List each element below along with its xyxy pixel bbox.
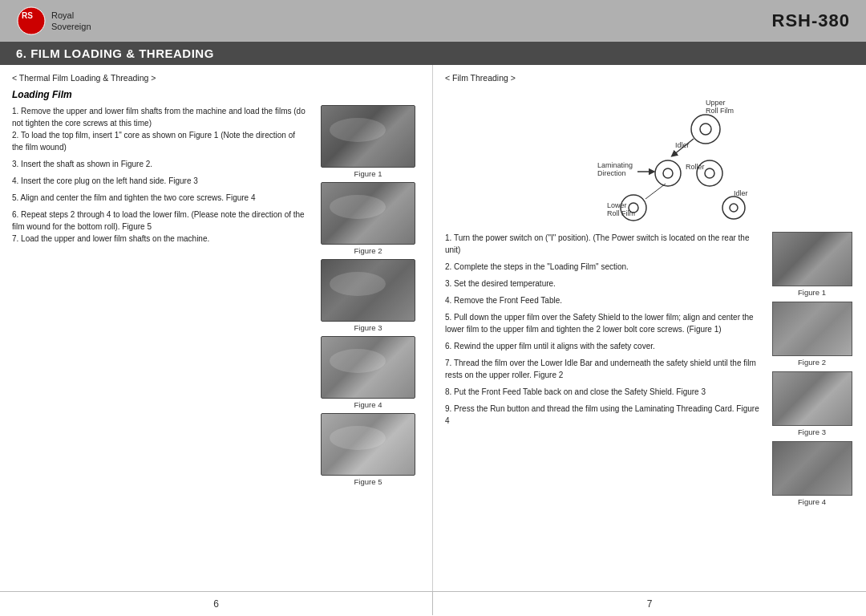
logo-text: Royal Sovereign <box>51 10 91 33</box>
page-footer: 6 7 <box>0 591 866 615</box>
left-figure-2-img <box>321 182 415 245</box>
step-1-2: 1. Remove the upper and lower film shaft… <box>12 105 308 153</box>
left-figure-4-label: Figure 4 <box>354 400 382 409</box>
svg-line-20 <box>645 184 666 199</box>
step-6-7: 6. Repeat steps 2 through 4 to load the … <box>12 209 308 245</box>
svg-point-4 <box>691 115 720 144</box>
main-content: < Thermal Film Loading & Threading > Loa… <box>0 65 866 591</box>
right-step-6: 6. Rewind the upper film until it aligns… <box>445 340 762 352</box>
left-figure-5-block: Figure 5 <box>316 413 420 486</box>
left-text-col: 1. Remove the upper and lower film shaft… <box>12 105 308 486</box>
right-figure-2-label: Figure 2 <box>798 358 826 367</box>
left-figure-4-img <box>321 336 415 399</box>
royal-sovereign-logo-icon: RS <box>16 6 47 36</box>
film-threading-diagram: Upper Roll Film Idler Laminating Directi… <box>469 89 854 225</box>
page-header: RS Royal Sovereign RSH-380 <box>0 0 866 42</box>
svg-point-5 <box>700 124 711 135</box>
right-step-2: 2. Complete the steps in the "Loading Fi… <box>445 261 762 273</box>
section-title-bar: 6. FILM LOADING & THREADING <box>0 42 866 65</box>
footer-page-right: 7 <box>433 592 866 615</box>
right-figure-4-block: Figure 4 <box>770 441 854 506</box>
left-figure-3-img <box>321 259 415 322</box>
svg-point-23 <box>730 204 738 212</box>
right-subsection-title: < Film Threading > <box>445 73 854 83</box>
left-figures-col: Figure 1 Figure 2 Figure 3 Figure 4 Figu <box>316 105 420 486</box>
left-figure-1-block: Figure 1 <box>316 105 420 178</box>
right-step-5: 5. Pull down the upper film over the Saf… <box>445 311 762 335</box>
svg-text:Upper: Upper <box>706 99 726 107</box>
left-figure-1-img <box>321 105 415 168</box>
right-figure-3-block: Figure 3 <box>770 371 854 436</box>
left-figure-5-img <box>321 413 415 476</box>
right-step-9: 9. Press the Run button and thread the f… <box>445 403 762 427</box>
svg-text:RS: RS <box>22 11 33 20</box>
right-panel: < Film Threading > Upper Roll Film Idler… <box>433 65 866 591</box>
svg-text:Laminating: Laminating <box>597 161 633 169</box>
model-number: RSH-380 <box>772 10 850 31</box>
right-step-3: 3. Set the desired temperature. <box>445 278 762 290</box>
right-step-4: 4. Remove the Front Feed Table. <box>445 294 762 306</box>
right-figure-1-label: Figure 1 <box>798 288 826 297</box>
step-3: 3. Insert the shaft as shown in Figure 2… <box>12 158 308 170</box>
right-figure-3-label: Figure 3 <box>798 428 826 436</box>
svg-point-22 <box>722 197 745 219</box>
right-figure-2-img <box>772 302 852 356</box>
step-5: 5. Align and center the film and tighten… <box>12 192 308 204</box>
left-figure-4-block: Figure 4 <box>316 336 420 409</box>
svg-text:Roller: Roller <box>686 163 705 171</box>
loading-film-title: Loading Film <box>12 89 420 100</box>
left-figure-3-block: Figure 3 <box>316 259 420 332</box>
section-title: 6. FILM LOADING & THREADING <box>16 47 214 60</box>
right-step-8: 8. Put the Front Feed Table back on and … <box>445 386 762 398</box>
svg-point-14 <box>697 160 722 186</box>
svg-point-12 <box>655 160 681 186</box>
right-step-1: 1. Turn the power switch on ("I" positio… <box>445 232 762 256</box>
left-figure-3-label: Figure 3 <box>354 323 382 332</box>
left-panel: < Thermal Film Loading & Threading > Loa… <box>0 65 433 591</box>
right-panel-inner: 1. Turn the power switch on ("I" positio… <box>445 232 854 506</box>
threading-diagram-svg: Upper Roll Film Idler Laminating Directi… <box>549 89 774 225</box>
right-text-col: 1. Turn the power switch on ("I" positio… <box>445 232 762 506</box>
left-panel-inner: 1. Remove the upper and lower film shaft… <box>12 105 420 486</box>
logo-area: RS Royal Sovereign <box>16 6 91 36</box>
svg-text:Idler: Idler <box>675 141 690 149</box>
left-figure-5-label: Figure 5 <box>354 477 382 486</box>
right-figure-4-label: Figure 4 <box>798 497 826 506</box>
right-figures-col: Figure 1 Figure 2 Figure 3 Figure 4 <box>770 232 854 506</box>
right-figure-3-img <box>772 371 852 426</box>
right-figure-1-block: Figure 1 <box>770 232 854 297</box>
step-4: 4. Insert the core plug on the left hand… <box>12 175 308 187</box>
right-figure-2-block: Figure 2 <box>770 302 854 367</box>
svg-text:Roll Film: Roll Film <box>706 107 734 115</box>
left-figure-2-label: Figure 2 <box>354 246 382 255</box>
svg-point-15 <box>705 168 714 178</box>
svg-text:Direction: Direction <box>597 169 626 177</box>
left-figure-1-label: Figure 1 <box>354 169 382 178</box>
right-figure-4-img <box>772 441 852 496</box>
left-figure-2-block: Figure 2 <box>316 182 420 255</box>
footer-page-left: 6 <box>0 592 433 615</box>
svg-point-13 <box>663 168 673 178</box>
svg-text:Lower: Lower <box>607 201 627 209</box>
right-step-7: 7. Thread the film over the Lower Idle B… <box>445 357 762 381</box>
right-figure-1-img <box>772 232 852 286</box>
left-subsection-title: < Thermal Film Loading & Threading > <box>12 73 420 83</box>
